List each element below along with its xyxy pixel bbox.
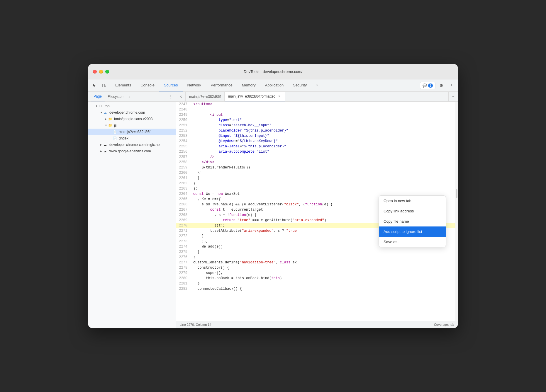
cursor-icon [93,83,97,88]
context-menu-open-tab[interactable]: Open in new tab [379,196,446,206]
tab-performance[interactable]: Performance [206,79,237,91]
tree-item-fonts[interactable]: ▶ 📁 fonts/google-sans-v2003 [88,116,176,122]
minimize-button[interactable] [99,70,103,74]
svg-rect-0 [102,84,105,87]
traffic-lights [93,70,109,74]
tree-item-top[interactable]: ▼ ☐ top [88,103,176,109]
scrollbar-thumb[interactable] [456,189,457,198]
main-content: Page Filesystem » ⋮ ▼ ☐ top [88,92,458,328]
code-line-2255: 2255 aria-label="${this.placeholder}" [176,144,458,149]
tree-label-top: top [105,104,110,108]
context-menu-copy-filename[interactable]: Copy file name [379,216,446,226]
back-chevron-icon [179,95,182,98]
tree-item-chrome[interactable]: ▼ ☁ developer.chrome.com [88,109,176,116]
code-line-2263: 2263 ); [176,186,458,191]
code-line-2277: 2277 customElements.define("navigation-t… [176,260,458,265]
sidebar-tabs: Page Filesystem » ⋮ [88,92,176,102]
sidebar-more-btn[interactable]: ⋮ [167,93,174,100]
window-title: DevTools - developer.chrome.com/ [244,69,302,74]
tree-item-js[interactable]: ▼ 📁 js [88,122,176,129]
code-line-2280: 2280 this.onBack = this.onBack.bind(this… [176,276,458,281]
toggle-chrome[interactable]: ▼ [100,111,104,114]
tab-console[interactable]: Console [136,79,159,91]
coverage-status: Coverage: n/a [434,323,454,326]
editor-tab-label-formatted: main.js?v=e382d86f:formatted [228,94,276,98]
context-menu-add-ignore[interactable]: Add script to ignore list [379,226,446,237]
code-line-2256: 2256 aria-autocomplete="list" [176,149,458,154]
tree-label-chrome: developer.chrome.com [109,110,145,115]
tab-security[interactable]: Security [288,79,311,91]
code-line-2275: 2275 } [176,249,458,255]
status-bar: Line 2270, Column 14 Coverage: n/a [176,321,458,328]
tree-item-imgix[interactable]: ▶ ☁ developer-chrome-com.imgix.ne [88,142,176,148]
tree-item-ga[interactable]: ▶ ☁ www.google-analytics.com [88,148,176,154]
tab-memory[interactable]: Memory [237,79,260,91]
tree-label-js: js [114,123,117,127]
code-line-2249: 2249 <input [176,112,458,117]
code-editor[interactable]: 2247 </button> 2248 2249 <input 2250 [176,102,458,321]
code-line-2282: 2282 connectedCallback() { [176,286,458,292]
context-menu-copy-link[interactable]: Copy link address [379,206,446,216]
tree-item-index[interactable]: 📄 (index) [88,135,176,142]
settings-icon-btn[interactable]: ⚙ [437,81,445,90]
code-line-2248: 2248 [176,107,458,112]
code-line-2253: 2253 @input="${this.onInput}" [176,133,458,139]
context-menu-save-as[interactable]: Save as... [379,237,446,247]
editor-collapse-btn[interactable] [448,92,458,101]
sidebar-tab-page[interactable]: Page [91,92,105,101]
tab-more[interactable]: » [311,79,323,91]
context-menu: Open in new tab Copy link address Copy f… [379,195,446,247]
tab-sources[interactable]: Sources [159,79,183,91]
editor-back-btn[interactable] [176,92,186,101]
code-line-2252: 2252 placeholder="${this.placeholder}" [176,128,458,133]
scrollbar-track [455,102,458,321]
more-options-icon-btn[interactable]: ⋮ [447,81,455,90]
toggle-fonts[interactable]: ▶ [105,117,108,120]
origin-icon-imgix: ☁ [104,143,108,147]
maximize-button[interactable] [105,70,109,74]
tab-elements[interactable]: Elements [111,79,136,91]
device-icon [102,83,106,88]
tree-label-ga: www.google-analytics.com [109,149,151,153]
code-line-2257: 2257 /> [176,154,458,160]
toggle-js[interactable]: ▼ [105,124,108,127]
tab-network[interactable]: Network [183,79,206,91]
code-line-2278: 2278 constructor() { [176,265,458,270]
folder-icon-fonts: 📁 [108,117,113,121]
close-button[interactable] [93,70,97,74]
editor-tab-mainjs[interactable]: main.js?v=e382d86f [186,92,225,101]
code-line-2258: 2258 </div> [176,160,458,165]
cursor-icon-btn[interactable] [91,81,99,90]
code-line-2251: 2251 class="search-box__input" [176,123,458,128]
editor-tab-close-btn[interactable]: × [277,94,282,98]
tree-label-fonts: fonts/google-sans-v2003 [114,117,152,121]
origin-icon-ga: ☁ [104,149,108,153]
code-line-2247: 2247 </button> [176,102,458,107]
toolbar-right: 💬 1 ⚙ ⋮ [420,81,455,90]
file-tree: ▼ ☐ top ▼ ☁ developer.chrome.com [88,102,176,328]
toggle-ga[interactable]: ▶ [100,150,104,153]
sidebar-tab-more[interactable]: » [128,95,130,98]
origin-icon-chrome: ☁ [104,111,108,115]
code-line-2259: 2259 ${this.renderResults()} [176,165,458,170]
sidebar-tab-filesystem[interactable]: Filesystem [105,92,127,101]
tab-application[interactable]: Application [260,79,289,91]
editor-tab-formatted[interactable]: main.js?v=e382d86f:formatted × [225,92,285,101]
code-line-2281: 2281 } [176,281,458,286]
main-nav-tabs: Elements Console Sources Network Perform… [111,79,420,91]
toggle-top[interactable]: ▼ [95,105,99,108]
code-line-2260: 2260 \` [176,170,458,175]
file-icon-mainjs: 📄 [113,130,118,134]
tree-label-mainjs: main.js?v=e382d86f [119,130,150,134]
editor-tabs: main.js?v=e382d86f main.js?v=e382d86f:fo… [176,92,458,102]
notifications-badge[interactable]: 💬 1 [420,82,435,89]
code-line-2279: 2279 super(), [176,270,458,276]
frame-icon: ☐ [99,104,104,108]
editor-tab-label-mainjs: main.js?v=e382d86f [189,95,221,99]
toolbar-icons [91,81,108,90]
tree-item-mainjs[interactable]: 📄 main.js?v=e382d86f [88,129,176,135]
code-line-2276: 2276 ; [176,255,458,260]
device-icon-btn[interactable] [100,81,108,90]
toggle-imgix[interactable]: ▶ [100,143,104,146]
sidebar: Page Filesystem » ⋮ ▼ ☐ top [88,92,176,328]
